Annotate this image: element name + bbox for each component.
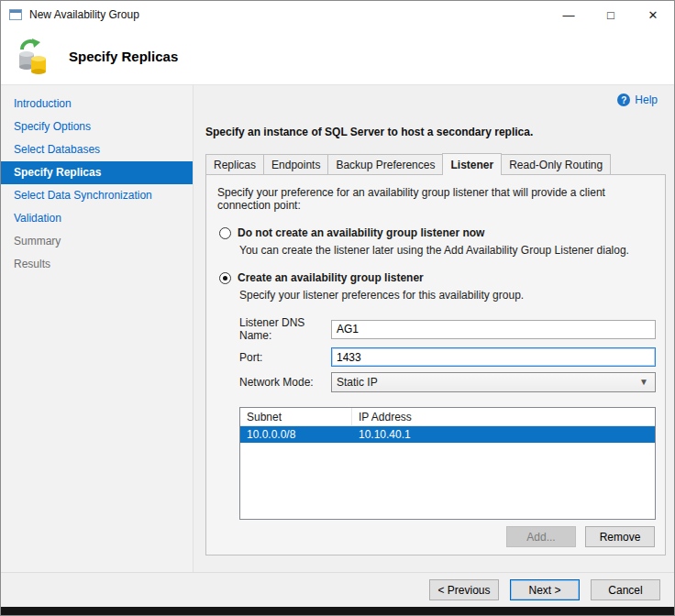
- remove-button[interactable]: Remove: [585, 526, 655, 547]
- sidebar-item-select-data-synchronization[interactable]: Select Data Synchronization: [1, 184, 193, 207]
- sidebar-item-validation[interactable]: Validation: [1, 207, 193, 230]
- instruction-text: Specify an instance of SQL Server to hos…: [205, 126, 666, 138]
- sidebar-item-summary: Summary: [1, 230, 193, 253]
- titlebar: New Availability Group — □ ✕: [1, 1, 674, 28]
- port-input[interactable]: [331, 347, 656, 367]
- table-header-row: Subnet IP Address: [240, 408, 655, 426]
- subnet-ip-table: Subnet IP Address 10.0.0.0/8 10.10.40.1: [239, 407, 656, 520]
- window-title: New Availability Group: [29, 8, 139, 21]
- column-header-subnet[interactable]: Subnet: [240, 408, 352, 425]
- option-no-listener-description: You can create the listener later using …: [239, 244, 656, 257]
- wizard-footer: < Previous Next > Cancel: [1, 572, 674, 607]
- help-icon: ?: [617, 94, 630, 106]
- page-title: Specify Replicas: [69, 49, 178, 64]
- desktop-edge: [1, 607, 674, 615]
- window-controls: — □ ✕: [548, 1, 674, 28]
- ip-address-cell: 10.10.40.1: [352, 428, 655, 441]
- tab-listener[interactable]: Listener: [442, 153, 502, 175]
- listener-tab-panel: Specify your preference for an availabil…: [205, 174, 666, 556]
- radio-no-listener[interactable]: [219, 227, 231, 239]
- radio-create-listener[interactable]: [219, 272, 231, 284]
- wizard-header: Specify Replicas: [1, 28, 674, 85]
- wizard-steps-sidebar: Introduction Specify Options Select Data…: [1, 85, 194, 572]
- option-create-listener[interactable]: Create an availability group listener: [219, 271, 656, 284]
- listener-fields: Listener DNS Name: Port: Network Mode: S…: [239, 316, 656, 398]
- listener-intro-text: Specify your preference for an availabil…: [217, 186, 656, 212]
- chevron-down-icon: ▼: [639, 377, 648, 387]
- tab-endpoints[interactable]: Endpoints: [263, 154, 328, 175]
- window-icon: [9, 9, 22, 20]
- availability-group-icon: [14, 38, 52, 76]
- option-no-listener[interactable]: Do not create an availability group list…: [219, 226, 656, 239]
- option-create-listener-description: Specify your listener preferences for th…: [239, 289, 656, 302]
- tab-replicas[interactable]: Replicas: [205, 154, 264, 175]
- cancel-button[interactable]: Cancel: [591, 579, 660, 600]
- maximize-button[interactable]: □: [590, 1, 632, 28]
- help-label: Help: [635, 94, 658, 106]
- add-button: Add...: [506, 526, 576, 547]
- port-label: Port:: [239, 351, 331, 364]
- option-no-listener-label: Do not create an availability group list…: [238, 226, 484, 239]
- new-availability-group-window: New Availability Group — □ ✕ Specify Rep…: [0, 0, 675, 616]
- minimize-button[interactable]: —: [548, 1, 590, 28]
- sidebar-item-introduction[interactable]: Introduction: [1, 93, 193, 116]
- close-button[interactable]: ✕: [632, 1, 674, 28]
- help-link[interactable]: ? Help: [617, 94, 658, 106]
- main-content: ? Help Specify an instance of SQL Server…: [194, 85, 674, 572]
- replica-tabs: Replicas Endpoints Backup Preferences Li…: [205, 153, 666, 175]
- network-mode-label: Network Mode:: [239, 376, 331, 389]
- tab-read-only-routing[interactable]: Read-Only Routing: [501, 154, 611, 175]
- dns-name-input[interactable]: [331, 320, 656, 339]
- subnet-cell: 10.0.0.0/8: [240, 428, 352, 441]
- network-mode-value: Static IP: [337, 376, 378, 389]
- next-button[interactable]: Next >: [510, 579, 580, 600]
- sidebar-item-results: Results: [1, 253, 193, 276]
- column-header-ip-address[interactable]: IP Address: [352, 411, 655, 424]
- sidebar-item-specify-options[interactable]: Specify Options: [1, 116, 193, 138]
- sidebar-item-specify-replicas[interactable]: Specify Replicas: [1, 161, 193, 184]
- network-mode-select[interactable]: Static IP ▼: [331, 372, 656, 392]
- previous-button[interactable]: < Previous: [429, 579, 499, 600]
- dns-name-label: Listener DNS Name:: [239, 316, 331, 342]
- option-create-listener-label: Create an availability group listener: [238, 271, 424, 284]
- table-row[interactable]: 10.0.0.0/8 10.10.40.1: [240, 426, 655, 443]
- sidebar-item-select-databases[interactable]: Select Databases: [1, 138, 193, 161]
- ip-table-actions: Add... Remove: [216, 526, 656, 547]
- tab-backup-preferences[interactable]: Backup Preferences: [327, 154, 443, 175]
